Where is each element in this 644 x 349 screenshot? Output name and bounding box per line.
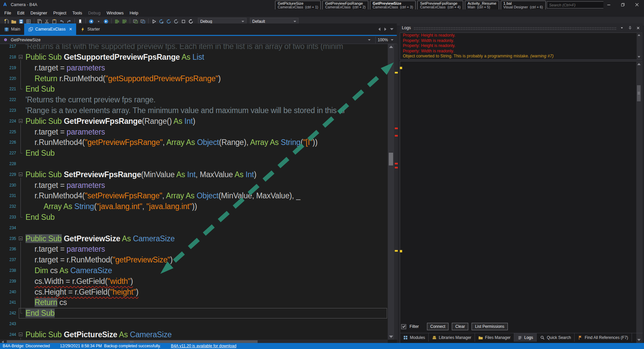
log-message-list[interactable]: Property: Height is readonly.Property: W… [400, 33, 642, 60]
vscroll-track[interactable] [388, 44, 394, 340]
menu-windows[interactable]: Windows [104, 10, 127, 16]
editor-zoom-dropdown[interactable]: 100% [375, 37, 397, 43]
quick-tab-subtitle: CameraExClass (ctrl + 1) [278, 5, 318, 9]
editor-pane: MainCameraExClass✕Starter GetPreviewSize… [0, 23, 397, 343]
dock-tab-modules[interactable]: Modules [400, 333, 429, 342]
error-marker[interactable] [395, 135, 398, 137]
log-marker [400, 250, 402, 252]
tab-starter[interactable]: Starter [76, 23, 104, 35]
scroll-up-icon[interactable] [638, 34, 640, 36]
menu-project[interactable]: Project [50, 10, 69, 16]
error-marker[interactable] [395, 163, 398, 164]
code-line-239: cs.Width = r.GetField("width") [35, 276, 133, 287]
tab-main[interactable]: Main [0, 23, 24, 35]
menu-edit[interactable]: Edit [14, 10, 28, 16]
log-list-scrollbar[interactable] [637, 33, 641, 59]
close-icon[interactable] [635, 25, 641, 31]
clear-button[interactable]: Clear [452, 323, 468, 330]
fold-collapse-icon[interactable]: – [19, 237, 22, 240]
connect-button[interactable]: Connect [427, 323, 449, 330]
fold-scope-guide-end [20, 217, 22, 217]
fold-collapse-icon[interactable]: – [19, 55, 22, 59]
current-sub-dropdown[interactable]: GetPreviewSize [0, 37, 368, 43]
dock-tab-libraries-manager[interactable]: Libraries Manager [429, 333, 475, 342]
sub-icon [3, 38, 8, 42]
tab-cameraexclass[interactable]: CameraExClass✕ [24, 23, 76, 35]
pin-icon[interactable] [627, 25, 633, 31]
menu-debug[interactable]: Debug [85, 10, 104, 16]
chevron-down-icon[interactable] [368, 39, 371, 41]
backup-status: 12/29/2021 8:58:34 PM Backup completed s… [60, 344, 161, 348]
panel-drag-texture[interactable] [414, 27, 616, 30]
line-number: 219 [0, 62, 16, 73]
tab-close-icon[interactable]: ✕ [69, 27, 72, 32]
dock-tab-quick-search[interactable]: Quick Search [537, 333, 575, 342]
editor-vertical-scrollbar[interactable] [388, 44, 398, 340]
update-download-link[interactable]: B4A v11.20 is available for download [171, 344, 236, 348]
menu-help[interactable]: Help [126, 10, 141, 16]
filter-checkbox[interactable] [401, 324, 406, 329]
line-number: 230 [0, 180, 16, 191]
fold-collapse-icon[interactable]: – [19, 119, 22, 123]
dock-tab-find-all-references-f7-[interactable]: Find All References (F7) [575, 333, 632, 342]
minimize-button[interactable] [602, 0, 616, 9]
quick-tab-subtitle: CameraExClass (ctrl + 2) [325, 5, 365, 9]
quick-tab-1.bal[interactable]: 1.bal Visual Designer (ctrl + 6) [501, 1, 546, 10]
sub-icon [3, 37, 8, 43]
line-number: 228 [0, 158, 16, 169]
menu-designer[interactable]: Designer [28, 10, 50, 16]
bookmark-marker[interactable] [395, 250, 398, 252]
menu-file[interactable]: File [1, 10, 14, 16]
line-number: 217 [0, 44, 16, 52]
code-line-238: Dim cs As CameraSize [35, 265, 112, 276]
menu-tools[interactable]: Tools [69, 10, 85, 16]
scroll-thumb[interactable] [637, 85, 641, 101]
scroll-down-icon[interactable] [638, 56, 640, 58]
logs-panel: Logs Property: Height is readonly.Proper… [400, 23, 643, 343]
quick-tab-getpreviewsize[interactable]: GetPreviewSize CameraExClass (ctrl + 3) [370, 1, 416, 10]
error-marker[interactable] [395, 128, 398, 129]
code-line-220: Return r.RunMethod("getSupportedPreviewF… [35, 73, 221, 84]
quick-tab-getpreviewfpsrange[interactable]: GetPreviewFpsRange CameraExClass (ctrl +… [322, 1, 368, 10]
close-button[interactable] [630, 0, 644, 9]
scroll-down-icon[interactable] [389, 336, 393, 338]
code-editor[interactable]: 217'Returns a list with the supported pr… [0, 44, 388, 340]
window-controls [602, 0, 644, 9]
restore-button[interactable] [616, 0, 630, 9]
bookmark-marker[interactable] [395, 72, 398, 73]
code-line-232: Array As String("java.lang.int", "java.l… [44, 201, 197, 212]
search-input[interactable] [547, 1, 603, 8]
code-line-225: r.target = parameters [35, 127, 105, 137]
quick-access-bookmarks: GetPictureSize CameraExClass (ctrl + 1)G… [275, 1, 546, 10]
vscroll-thumb[interactable] [389, 153, 393, 165]
fold-collapse-icon[interactable]: – [19, 333, 22, 336]
bridge-status: B4A-Bridge: Disconnected [3, 344, 50, 348]
window-title: Camera - B4A [11, 2, 37, 7]
quick-tab-activity_resume[interactable]: Activity_Resume Main (ctrl + 5) [465, 1, 499, 10]
error-marker[interactable] [395, 167, 398, 168]
b4a-ide-window: A Camera - B4A GetPictureSize CameraExCl… [0, 0, 644, 349]
tab-list-dropdown-icon [390, 28, 393, 31]
line-number: 240 [0, 287, 16, 297]
list-permissions-button[interactable]: List Permissions [472, 323, 507, 330]
dock-tab-label: Logs [524, 335, 533, 340]
tab-label: Main [11, 27, 20, 32]
logs-output-scrollbar[interactable] [636, 62, 641, 343]
modules-icon [403, 335, 408, 340]
dock-tab-label: Libraries Manager [439, 335, 471, 340]
dock-tab-label: Modules [410, 335, 425, 340]
quick-tab-getpicturesize[interactable]: GetPictureSize CameraExClass (ctrl + 1) [275, 1, 321, 10]
dock-tab-files-manager[interactable]: Files Manager [475, 333, 514, 342]
fold-collapse-icon[interactable]: – [19, 172, 22, 176]
current-line-highlight [19, 308, 387, 318]
chevron-down-icon[interactable] [619, 25, 625, 31]
line-number: 238 [0, 265, 16, 276]
dropdown-value: Default [252, 19, 293, 24]
scroll-up-icon[interactable] [389, 46, 393, 48]
logs-output-area[interactable] [400, 61, 642, 343]
dock-tab-logs[interactable]: Logs [514, 333, 537, 342]
code-line-224: Public Sub GetPreviewFpsRange(Range() As… [25, 116, 195, 127]
quick-tab-setpreviewfpsrange[interactable]: SetPreviewFpsRange CameraExClass (ctrl +… [417, 1, 463, 10]
scroll-up-icon[interactable] [637, 63, 641, 65]
files-icon [478, 335, 483, 340]
